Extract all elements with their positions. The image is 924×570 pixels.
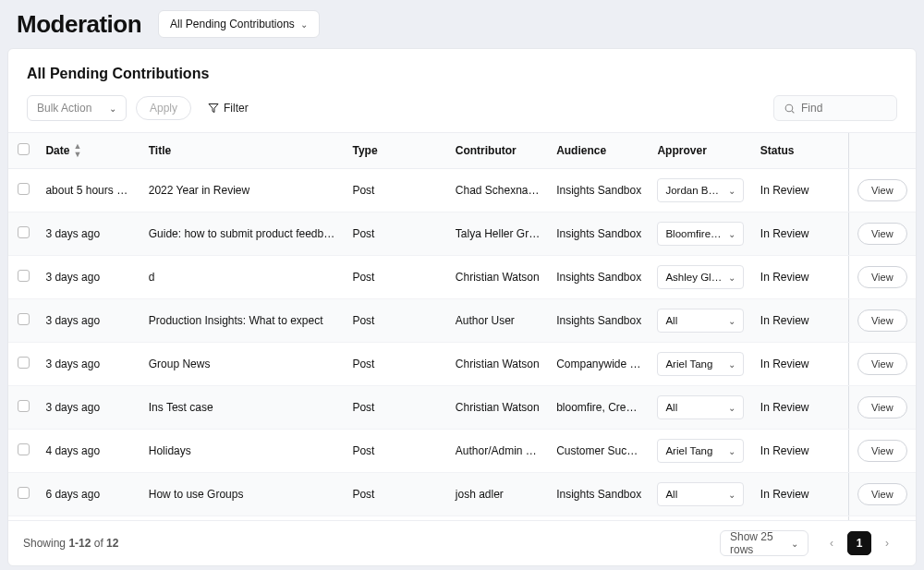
cell-title: Group News — [141, 343, 346, 386]
cell-title: 2022 Year in Review — [141, 169, 346, 212]
topbar: Moderation All Pending Contributions ⌄ — [0, 0, 924, 48]
table-row: 4 days agoHolidaysPostAuthor/Admin TestC… — [8, 430, 916, 473]
select-all-checkbox[interactable] — [18, 143, 30, 155]
cell-type: Post — [345, 169, 447, 212]
cell-audience: Insights Sandbox — [549, 212, 650, 256]
content-panel: All Pending Contributions Bulk Action ⌄ … — [7, 48, 917, 566]
table-row: 3 days agoProduction Insights: What to e… — [8, 299, 916, 343]
bulk-action-select[interactable]: Bulk Action ⌄ — [27, 95, 127, 121]
cell-date: 3 days ago — [38, 386, 140, 430]
approver-select[interactable]: All⌄ — [657, 395, 744, 419]
cell-contributor: Christian Watson — [448, 343, 549, 386]
row-checkbox[interactable] — [18, 270, 30, 282]
col-header-date[interactable]: Date ▲▼ — [38, 133, 140, 169]
cell-contributor: Talya Heller Greenbe... — [448, 212, 549, 256]
page-number-current[interactable]: 1 — [847, 531, 871, 555]
cell-type: Post — [345, 299, 447, 343]
cell-date: 3 days ago — [38, 256, 140, 299]
search-box[interactable] — [773, 95, 897, 121]
cell-audience: Customer Success, I... — [549, 430, 650, 473]
approver-select[interactable]: Bloomfire Amb...⌄ — [657, 222, 744, 246]
cell-contributor: Author/Admin Test — [448, 430, 549, 473]
view-button[interactable]: View — [857, 440, 907, 462]
col-header-select — [8, 133, 38, 169]
cell-contributor: Author User — [448, 299, 549, 343]
chevron-down-icon: ⌄ — [728, 490, 736, 500]
view-button[interactable]: View — [857, 223, 907, 245]
col-header-title[interactable]: Title — [141, 133, 346, 169]
apply-button[interactable]: Apply — [136, 96, 191, 120]
row-checkbox[interactable] — [18, 357, 30, 369]
row-checkbox[interactable] — [18, 487, 30, 499]
cell-date: 3 days ago — [38, 212, 140, 256]
view-button[interactable]: View — [857, 309, 907, 332]
col-header-approver[interactable]: Approver — [650, 133, 752, 169]
cell-type: Post — [345, 256, 447, 299]
row-checkbox[interactable] — [18, 443, 30, 455]
filter-button[interactable]: Filter — [208, 102, 249, 115]
cell-status: In Review — [753, 430, 848, 473]
chevron-down-icon: ⌄ — [791, 539, 798, 549]
row-checkbox[interactable] — [18, 400, 30, 412]
table-scroll[interactable]: Date ▲▼ Title Type Contributor Audience … — [8, 132, 916, 520]
row-checkbox[interactable] — [18, 183, 30, 195]
view-button[interactable]: View — [857, 483, 907, 505]
cell-title: d — [141, 256, 346, 299]
approver-select[interactable]: Ashley Gladden⌄ — [657, 265, 744, 289]
approver-select[interactable]: Ariel Tang⌄ — [657, 439, 744, 463]
cell-contributor: Christian Watson — [448, 386, 549, 430]
col-header-action — [848, 133, 916, 169]
row-checkbox[interactable] — [18, 226, 30, 238]
cell-status: In Review — [753, 169, 848, 212]
cell-date: 4 days ago — [38, 430, 140, 473]
cell-date: 3 days ago — [38, 343, 140, 386]
chevron-down-icon: ⌄ — [728, 403, 736, 413]
next-page-button[interactable]: › — [875, 531, 899, 555]
cell-title: Production Insights: What to expect — [141, 299, 346, 343]
cell-date: 6 days ago — [38, 473, 140, 516]
col-header-type[interactable]: Type — [345, 133, 447, 169]
chevron-down-icon: ⌄ — [728, 359, 736, 370]
scope-select[interactable]: All Pending Contributions ⌄ — [158, 10, 320, 38]
toolbar: Bulk Action ⌄ Apply Filter — [8, 91, 916, 132]
cell-title: How to use Groups — [141, 473, 346, 516]
rows-per-page-select[interactable]: Show 25 rows ⌄ — [720, 530, 808, 556]
chevron-down-icon: ⌄ — [300, 19, 308, 30]
cell-status: In Review — [753, 212, 848, 256]
approver-select[interactable]: All⌄ — [657, 482, 744, 506]
col-header-contributor[interactable]: Contributor — [448, 133, 549, 169]
svg-line-2 — [792, 111, 794, 113]
cell-type: Post — [345, 212, 447, 256]
row-checkbox[interactable] — [18, 313, 30, 325]
cell-audience: bloomfire, Creating ... — [549, 386, 650, 430]
table-row: 3 days agodPostChristian WatsonInsights … — [8, 256, 916, 299]
approver-value: Ashley Gladden — [665, 272, 723, 283]
approver-select[interactable]: Jordan Boyson⌄ — [657, 178, 744, 202]
page-title: Moderation — [17, 10, 141, 39]
cell-audience: Insights Sandbox — [549, 169, 650, 212]
col-header-status[interactable]: Status — [753, 133, 848, 169]
svg-marker-0 — [209, 104, 218, 113]
cell-status: In Review — [753, 473, 848, 516]
view-button[interactable]: View — [857, 266, 907, 288]
bulk-action-label: Bulk Action — [37, 102, 91, 115]
approver-value: Ariel Tang — [665, 445, 712, 456]
col-label-date: Date — [45, 144, 69, 157]
view-button[interactable]: View — [857, 396, 907, 418]
approver-value: All — [665, 489, 677, 500]
search-input[interactable] — [801, 102, 887, 115]
table-row: about 5 hours ago2022 Year in ReviewPost… — [8, 169, 916, 212]
approver-select[interactable]: All⌄ — [657, 309, 744, 333]
prev-page-button[interactable]: ‹ — [820, 531, 844, 555]
filter-label: Filter — [224, 102, 249, 115]
approver-value: Bloomfire Amb... — [665, 228, 723, 239]
approver-select[interactable]: Ariel Tang⌄ — [657, 352, 744, 376]
showing-text: Showing 1-12 of 12 — [23, 537, 118, 550]
col-header-audience[interactable]: Audience — [549, 133, 650, 169]
view-button[interactable]: View — [857, 179, 907, 201]
view-button[interactable]: View — [857, 353, 907, 375]
cell-type: Post — [345, 473, 447, 516]
section-title: All Pending Contributions — [27, 66, 897, 82]
sort-icon: ▲▼ — [73, 142, 81, 159]
cell-status: In Review — [753, 386, 848, 430]
